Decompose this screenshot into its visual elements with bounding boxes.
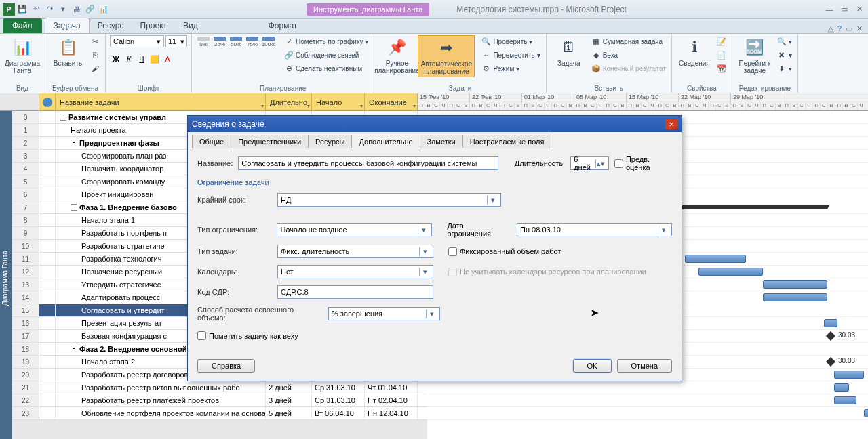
side-label: Диаграмма Ганта xyxy=(0,111,12,439)
close-icon[interactable]: ✕ xyxy=(853,4,865,15)
minimize-icon[interactable]: — xyxy=(823,4,835,15)
bg-color-button[interactable]: 🟨 xyxy=(149,53,161,65)
print-icon[interactable]: 🖶 xyxy=(71,3,83,16)
tab-view[interactable]: Вид xyxy=(175,18,206,33)
help-button[interactable]: Справка xyxy=(197,359,255,373)
constraint-date-combo[interactable]: Пн 08.03.10▾ xyxy=(517,223,672,236)
font-color-button[interactable]: A xyxy=(161,53,174,65)
dlg-tab-general[interactable]: Общие xyxy=(192,135,231,148)
task-type-label: Тип задачи: xyxy=(197,247,272,255)
undo-icon[interactable]: ↶ xyxy=(30,3,42,16)
dlg-tab-custom[interactable]: Настраиваемые поля xyxy=(462,135,552,148)
col-name[interactable]: Название задачи▾ xyxy=(56,93,266,110)
table-row[interactable]: 22Разработать реестр платежей проектов3 … xyxy=(12,394,427,407)
auto-schedule-button[interactable]: ➡ Автоматическое планирование xyxy=(418,35,475,77)
dialog-close-icon[interactable]: ✕ xyxy=(665,119,677,129)
name-label: Название: xyxy=(197,159,233,167)
dlg-tab-advanced[interactable]: Дополнительно xyxy=(351,135,420,148)
table-row[interactable]: 23Обновление портфеля проектов компании … xyxy=(12,407,427,420)
constraint-type-combo[interactable]: Начало не позднее▾ xyxy=(277,223,432,236)
italic-button[interactable]: К xyxy=(123,53,135,65)
mark-on-track-button[interactable]: ✓Пометить по графику ▾ xyxy=(283,35,370,47)
task-icon: 🗓 xyxy=(558,37,580,58)
respect-links-button[interactable]: 🔗Соблюдение связей xyxy=(283,49,370,61)
dlg-tab-resources[interactable]: Ресурсы xyxy=(308,135,352,148)
summary-button[interactable]: ▦Суммарная задача xyxy=(590,35,667,47)
ev-combo[interactable]: % завершения▾ xyxy=(328,307,440,320)
help-icon[interactable]: ? xyxy=(837,24,842,33)
format-painter-button[interactable]: 🖌 xyxy=(89,62,101,75)
constraint-section: Ограничение задачи xyxy=(197,178,672,186)
font-size-combo[interactable]: 11▾ xyxy=(165,35,187,47)
bold-button[interactable]: Ж xyxy=(110,53,122,65)
dialog-title: Сведения о задаче xyxy=(192,119,264,129)
find-button[interactable]: 🔍▾ xyxy=(776,35,793,47)
app-title: Методология системы.mpp - Microsoft Proj… xyxy=(456,5,627,14)
file-tab[interactable]: Файл xyxy=(3,18,42,33)
paste-button[interactable]: 📋 Вставить xyxy=(50,35,86,68)
fill-button[interactable]: ⬇▾ xyxy=(776,62,793,75)
titlebar: P 💾 ↶ ↷ ▾ 🖶 🔗 📊 Инструменты диаграммы Га… xyxy=(0,0,868,19)
maximize-icon[interactable]: ▭ xyxy=(838,4,850,15)
link-icon[interactable]: 🔗 xyxy=(84,3,96,16)
pct-75-button[interactable]: 75% xyxy=(245,35,260,49)
tab-format[interactable]: Формат xyxy=(260,18,306,33)
copy-icon: ⎘ xyxy=(90,50,100,60)
ribbon-opts-icon[interactable]: ▭ xyxy=(846,24,852,33)
inspect-button[interactable]: 🔍Проверить ▾ xyxy=(480,35,541,47)
inactivate-button[interactable]: ⊖Сделать неактивным xyxy=(283,62,370,75)
underline-button[interactable]: Ч xyxy=(136,53,148,65)
cut-button[interactable]: ✂ xyxy=(89,35,101,47)
corner xyxy=(0,93,39,110)
ok-button[interactable]: ОК xyxy=(573,359,612,373)
task-button[interactable]: 🗓 Задача xyxy=(551,35,587,68)
tab-resource[interactable]: Ресурс xyxy=(90,18,132,33)
col-finish[interactable]: Окончание▾ xyxy=(365,93,418,110)
redo-icon[interactable]: ↷ xyxy=(43,3,56,16)
table-row[interactable]: 21Разработать реестр актов выполненных р… xyxy=(12,381,427,394)
font-name-combo[interactable]: Calibri▾ xyxy=(110,35,164,47)
gantt-chart-button[interactable]: 📊 Диаграмма Ганта xyxy=(4,35,41,76)
move-button[interactable]: ↔Переместить ▾ xyxy=(480,49,541,61)
info-column[interactable]: i xyxy=(39,93,56,110)
estimated-check[interactable]: Предв. оценка xyxy=(614,155,672,171)
dlg-tab-notes[interactable]: Заметки xyxy=(420,135,463,148)
deadline-combo[interactable]: НД▾ xyxy=(277,193,501,207)
details-button[interactable]: 📄 xyxy=(715,49,728,61)
cancel-button[interactable]: Отмена xyxy=(617,359,672,373)
ribbon-min-icon[interactable]: △ xyxy=(828,24,833,33)
fixed-work-check[interactable]: Фиксированный объем работ xyxy=(448,247,561,256)
brush-icon: 🖌 xyxy=(90,64,100,73)
pct-25-button[interactable]: 25% xyxy=(212,35,227,49)
ribbon-close-icon[interactable]: ✕ xyxy=(856,24,863,33)
manual-schedule-button[interactable]: 📌 Ручное планирование xyxy=(378,35,415,76)
chart-icon[interactable]: 📊 xyxy=(98,3,110,16)
wbs-field[interactable] xyxy=(277,285,433,299)
pin-icon: 📌 xyxy=(386,37,408,58)
calendar-combo[interactable]: Нет▾ xyxy=(277,265,433,278)
duration-field[interactable]: 6 дней▴▾ xyxy=(570,156,609,170)
pct-50-button[interactable]: 50% xyxy=(229,35,243,49)
task-type-combo[interactable]: Фикс. длительность▾ xyxy=(277,245,433,258)
clear-button[interactable]: ✖▾ xyxy=(776,49,793,61)
notes-button[interactable]: 📝 xyxy=(715,35,728,47)
tab-project[interactable]: Проект xyxy=(132,18,175,33)
deliverable-button[interactable]: 📦Конечный результат xyxy=(590,62,667,75)
name-field[interactable] xyxy=(238,156,498,170)
copy-button[interactable]: ⎘ xyxy=(89,49,101,61)
save-icon[interactable]: 💾 xyxy=(16,3,28,16)
dialog-titlebar[interactable]: Сведения о задаче ✕ xyxy=(188,116,682,132)
pct-100-button[interactable]: 100% xyxy=(261,35,276,49)
col-duration[interactable]: Длительно▾ xyxy=(266,93,312,110)
pct-0-button[interactable]: 0% xyxy=(196,35,211,49)
milestone-button[interactable]: ◆Веха xyxy=(590,49,667,61)
tab-task[interactable]: Задача xyxy=(45,18,90,33)
scroll-to-task-button[interactable]: 🔜 Перейти к задаче xyxy=(736,35,773,76)
col-start[interactable]: Начало▾ xyxy=(312,93,365,110)
app-icon[interactable]: P xyxy=(3,3,15,16)
dlg-tab-predecessors[interactable]: Предшественники xyxy=(231,135,309,148)
info-button[interactable]: ℹ Сведения xyxy=(676,35,713,68)
milestone-check[interactable]: Пометить задачу как веху xyxy=(197,331,298,340)
timeline-button[interactable]: 📆 xyxy=(715,62,728,75)
mode-button[interactable]: ⚙Режим ▾ xyxy=(480,62,541,75)
